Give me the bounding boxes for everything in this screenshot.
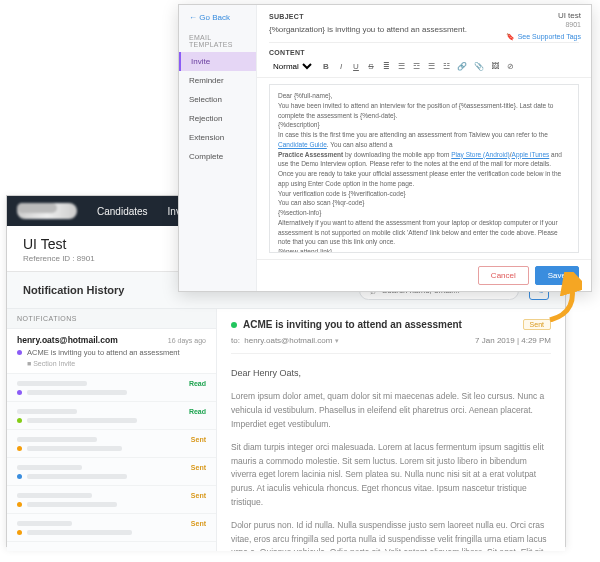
editor-toolbar: Normal B I U S ≣ ☰ ☲ ☰ ☳ 🔗 📎 🖼 ⊘ — [257, 56, 591, 78]
sidebar-item-complete[interactable]: Complete — [179, 147, 256, 166]
category-dot-icon — [17, 502, 22, 507]
template-editor-modal: Go Back EMAIL TEMPLATES Invite Reminder … — [178, 4, 592, 292]
category-dot-icon — [17, 418, 22, 423]
list-header: NOTIFICATIONS — [7, 309, 216, 329]
go-back-link[interactable]: Go Back — [179, 13, 256, 30]
preview-greeting: Dear Henry Oats, — [231, 366, 551, 380]
modal-context-id: 8901 — [506, 21, 581, 29]
save-button[interactable]: Save — [535, 266, 579, 285]
status-sent: Sent — [191, 492, 206, 499]
category-dot-icon — [17, 446, 22, 451]
category-dot-icon — [17, 530, 22, 535]
ul-icon[interactable]: ☰ — [397, 62, 405, 71]
preview-to: henry.oats@hotmail.com — [244, 336, 332, 345]
list-item[interactable]: Sent — [7, 430, 216, 458]
brand-logo — [17, 203, 77, 219]
category-dot-icon — [17, 350, 22, 355]
link-icon[interactable]: 🔗 — [457, 62, 467, 71]
sidebar-item-selection[interactable]: Selection — [179, 90, 256, 109]
to-label: to: — [231, 336, 240, 345]
status-read: Read — [189, 408, 206, 415]
align-center-icon[interactable]: ☰ — [427, 62, 435, 71]
modal-context-title: UI test — [506, 11, 581, 21]
reference-id: Reference ID : 8901 — [23, 254, 95, 263]
page-title: UI Test — [23, 236, 95, 252]
align-right-icon[interactable]: ☳ — [442, 62, 450, 71]
list-item[interactable]: henry.oats@hotmail.com 16 days ago ACME … — [7, 329, 216, 374]
list-item[interactable]: Read — [7, 402, 216, 430]
placeholder-bar — [17, 381, 87, 386]
preview-subject: ACME is inviting you to attend an assess… — [243, 319, 462, 330]
status-read: Read — [189, 380, 206, 387]
underline-icon[interactable]: U — [352, 62, 360, 71]
attachment-icon[interactable]: 📎 — [474, 62, 484, 71]
list-item[interactable]: Read — [7, 374, 216, 402]
sidebar-header: EMAIL TEMPLATES — [179, 30, 256, 52]
modal-context: UI test 8901 See Supported Tags — [506, 11, 581, 41]
list-item-email: henry.oats@hotmail.com — [17, 335, 118, 345]
image-icon[interactable]: 🖼 — [491, 62, 499, 71]
align-left-icon[interactable]: ☲ — [412, 62, 420, 71]
content-label: CONTENT — [269, 49, 579, 56]
format-select[interactable]: Normal — [269, 61, 315, 72]
category-dot-icon — [17, 390, 22, 395]
subheader-title: Notification History — [23, 284, 124, 296]
modal-sidebar: Go Back EMAIL TEMPLATES Invite Reminder … — [179, 5, 257, 291]
nav-candidates[interactable]: Candidates — [97, 206, 148, 217]
category-dot-icon — [17, 474, 22, 479]
itunes-link[interactable]: Apple iTunes — [512, 151, 550, 158]
status-sent: Sent — [191, 464, 206, 471]
ol-icon[interactable]: ≣ — [382, 62, 390, 71]
editor-body[interactable]: Dear {%full-name}, You have been invited… — [269, 84, 579, 253]
italic-icon[interactable]: I — [337, 62, 345, 71]
status-dot-icon — [231, 322, 237, 328]
preview-timestamp: 7 Jan 2019 | 4:29 PM — [475, 336, 551, 345]
list-item[interactable]: Sent — [7, 486, 216, 514]
sidebar-item-rejection[interactable]: Rejection — [179, 109, 256, 128]
clear-format-icon[interactable]: ⊘ — [506, 62, 514, 71]
status-sent: Sent — [191, 520, 206, 527]
preview-status-badge: Sent — [523, 319, 551, 330]
cancel-button[interactable]: Cancel — [478, 266, 529, 285]
list-item-date: 16 days ago — [168, 337, 206, 344]
list-item-sub: ■ Section Invite — [27, 360, 206, 367]
play-store-link[interactable]: Play Store (Android) — [451, 151, 510, 158]
list-item[interactable]: Sent — [7, 458, 216, 486]
status-sent: Sent — [191, 436, 206, 443]
modal-main: UI test 8901 See Supported Tags SUBJECT … — [257, 5, 591, 291]
candidate-guide-link[interactable]: Candidate Guide — [278, 141, 327, 148]
chevron-down-icon[interactable]: ▾ — [335, 337, 339, 344]
sidebar-item-invite[interactable]: Invite — [179, 52, 256, 71]
sidebar-item-extension[interactable]: Extension — [179, 128, 256, 147]
list-item-title: ACME is inviting you to attend an assess… — [27, 348, 180, 357]
modal-footer: Cancel Save — [257, 259, 591, 291]
notification-list: NOTIFICATIONS henry.oats@hotmail.com 16 … — [7, 309, 217, 551]
bold-icon[interactable]: B — [322, 62, 330, 71]
preview-body: Dear Henry Oats, Lorem ipsum dolor amet,… — [231, 366, 551, 551]
supported-tags-link[interactable]: See Supported Tags — [506, 33, 581, 41]
strike-icon[interactable]: S — [367, 62, 375, 71]
email-preview: ACME is inviting you to attend an assess… — [217, 309, 565, 551]
list-item[interactable]: Sent — [7, 514, 216, 542]
sidebar-item-reminder[interactable]: Reminder — [179, 71, 256, 90]
